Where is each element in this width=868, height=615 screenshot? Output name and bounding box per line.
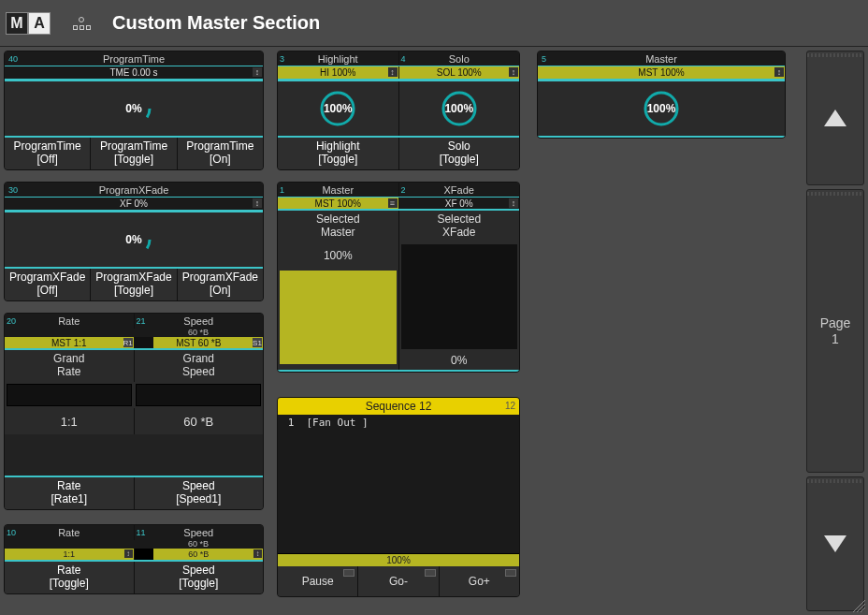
panel-programtime-name: ProgramTime (103, 53, 165, 65)
sequence-header[interactable]: Sequence 12 12 (278, 398, 519, 415)
panel-sequence[interactable]: Sequence 12 12 1 [Fan Out ] 100% Pause (277, 397, 520, 597)
selected-master-fader[interactable] (280, 271, 397, 364)
highlight-toggle-button[interactable]: Highlight [Toggle] (278, 138, 399, 169)
arrow-down-icon (824, 535, 846, 552)
rate-slot[interactable] (7, 384, 132, 406)
highlight-name: Highlight (318, 53, 358, 65)
updown-icon: ↕ (124, 549, 133, 558)
indicator-icon (505, 569, 516, 577)
speed-value[interactable]: 60 *B (135, 408, 264, 434)
selected-master-label: Selected Master (278, 211, 399, 242)
highlight-dial[interactable]: 100% (318, 89, 357, 128)
sequence-goplus-button[interactable]: Go+ (440, 566, 519, 596)
solo-toggle-button[interactable]: Solo [Toggle] (399, 138, 520, 169)
panel-selected-master-xfade[interactable]: 1 Master 2 XFade MST 100% ≡ (277, 182, 520, 373)
programxfade-dial[interactable]: 0% (114, 220, 153, 259)
panel-programtime-id: 40 (8, 51, 18, 66)
rate-toggle-button[interactable]: Rate [Toggle] (5, 562, 135, 593)
programtime-bar-label: TME 0.00 s (5, 66, 263, 80)
solo-name: Solo (449, 53, 470, 65)
panel-programtime-header: 40 ProgramTime (5, 51, 263, 66)
programtime-dial[interactable]: 0% (114, 89, 153, 128)
master-name: Master (645, 53, 677, 65)
resize-grip-icon[interactable] (852, 599, 865, 612)
speed-speed1-button[interactable]: Speed [Speed1] (135, 477, 264, 509)
programtime-off-button[interactable]: ProgramTime [Off] (5, 138, 91, 169)
programxfade-name: ProgramXFade (99, 184, 169, 196)
panel-rate-speed-small[interactable]: 10 Rate 11 Speed 60 *B (4, 524, 264, 594)
page-up-button[interactable] (806, 51, 864, 185)
solo-dial[interactable]: 100% (440, 89, 479, 128)
layout-icon[interactable] (67, 9, 95, 37)
programxfade-on-button[interactable]: ProgramXFade [On] (178, 269, 263, 300)
workspace: 40 ProgramTime TME 0.00 s ↕ 0% (4, 51, 803, 611)
panel-rate-speed[interactable]: 20 Rate 21 Speed 60 *B MST 1:1 (4, 313, 264, 510)
panel-highlight-solo[interactable]: 3 Highlight 4 Solo HI 100% ↕ (277, 51, 520, 170)
sequence-cuelist[interactable]: 1 [Fan Out ] (278, 415, 519, 553)
programxfade-toggle-button[interactable]: ProgramXFade [Toggle] (91, 269, 177, 300)
selected-xfade-label: Selected XFade (399, 211, 520, 242)
panel-master[interactable]: 5 Master MST 100% ↕ 100% (537, 51, 786, 139)
selected-xfade-value[interactable]: 0% (399, 351, 520, 370)
grand-speed-label: Grand Speed (135, 350, 264, 382)
sequence-pause-button[interactable]: Pause (278, 566, 358, 596)
rate-rate1-button[interactable]: Rate [Rate1] (5, 477, 135, 509)
logo-m: M (6, 12, 28, 35)
panel-programtime[interactable]: 40 ProgramTime TME 0.00 s ↕ 0% (4, 51, 264, 170)
page-title: Custom Master Section (112, 12, 320, 34)
indicator-icon (343, 569, 354, 577)
sequence-gominus-button[interactable]: Go- (358, 566, 439, 596)
programxfade-off-button[interactable]: ProgramXFade [Off] (5, 269, 91, 300)
programtime-toggle-button[interactable]: ProgramTime [Toggle] (91, 138, 177, 169)
sequence-fader[interactable]: 100% (278, 553, 519, 566)
selected-xfade-fader[interactable] (401, 244, 518, 349)
master-dial[interactable]: 100% (642, 89, 681, 128)
logo: M A (6, 12, 51, 35)
panel-programxfade[interactable]: 30 ProgramXFade XF 0% ↕ 0% (4, 182, 264, 301)
programtime-on-button[interactable]: ProgramTime [On] (178, 138, 263, 169)
page-sidebar: Page 1 (806, 51, 864, 611)
speed-slot[interactable] (136, 384, 261, 406)
updown-icon: ↕ (253, 549, 262, 558)
rate-value[interactable]: 1:1 (5, 408, 135, 434)
header: M A Custom Master Section (0, 0, 868, 47)
logo-a: A (28, 12, 51, 35)
indicator-icon (425, 569, 436, 577)
speed-toggle-button[interactable]: Speed [Toggle] (135, 562, 264, 593)
arrow-up-icon (824, 110, 846, 126)
page-down-button[interactable] (806, 476, 864, 611)
grand-rate-label: Grand Rate (5, 350, 135, 382)
page-indicator[interactable]: Page 1 (806, 189, 864, 473)
selected-master-value[interactable]: 100% (278, 242, 398, 269)
